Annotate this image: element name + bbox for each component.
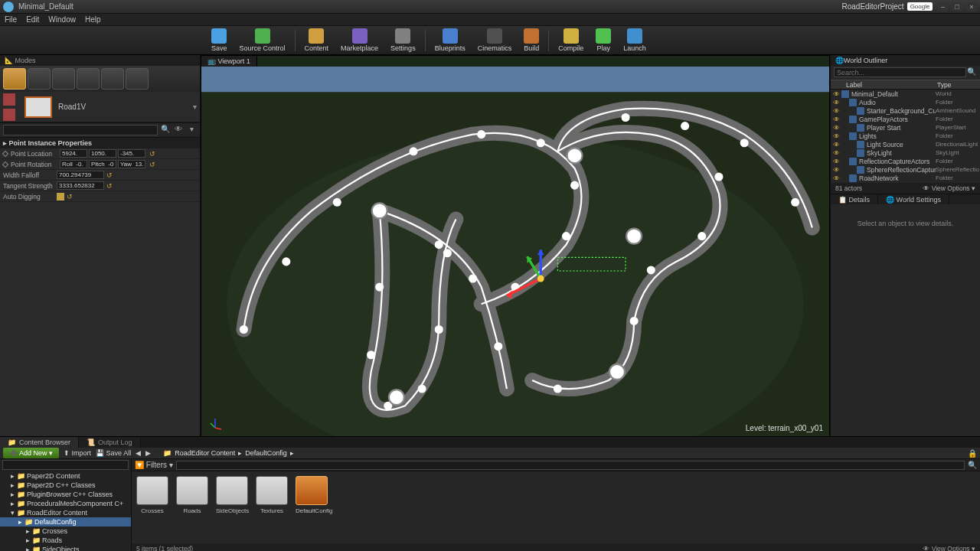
cb-item[interactable]: DefaultConfig <box>296 476 328 514</box>
outliner-row[interactable]: 👁Player StartPlayerStart <box>831 123 980 132</box>
tangent-input[interactable] <box>57 181 104 190</box>
reset-icon[interactable]: ↺ <box>149 161 157 168</box>
cb-item[interactable]: Textures <box>256 476 288 514</box>
cb-tree-node[interactable]: ▸ 📁 DefaultConfig <box>0 517 131 527</box>
toolbar-play[interactable]: Play <box>590 27 617 54</box>
outliner-tree[interactable]: 👁Minimal_DefaultWorld👁AudioFolder👁Starte… <box>831 90 980 183</box>
loc-x-input[interactable] <box>60 149 87 158</box>
mode-place[interactable] <box>3 68 26 90</box>
cb-item[interactable]: Crosses <box>136 476 168 514</box>
cb-item[interactable]: Roads <box>176 476 208 514</box>
mode-paint[interactable] <box>28 68 51 90</box>
cb-tree-node[interactable]: ▸ 📁 Roads <box>0 536 131 545</box>
section-header[interactable]: ▸ Point Instance Properties <box>0 138 200 148</box>
cb-source-tree[interactable]: ▸ 📁 Paper2D Content▸ 📁 Paper2D C++ Class… <box>0 459 132 551</box>
reset-icon[interactable]: ↺ <box>149 150 157 158</box>
reset-icon[interactable]: ↺ <box>106 171 114 179</box>
mode-geometry[interactable] <box>101 68 124 90</box>
loc-y-input[interactable] <box>89 149 116 158</box>
toolbar-save[interactable]: Save <box>205 27 234 54</box>
save-all-button[interactable]: 💾 Save All <box>96 449 131 457</box>
outliner-row[interactable]: 👁RoadNetworkFolder <box>831 174 980 182</box>
import-button[interactable]: ⬆ Import <box>64 449 91 457</box>
close-button[interactable]: × <box>966 2 977 11</box>
chevron-down-icon[interactable]: ▾ <box>193 103 197 111</box>
rot-pitch-input[interactable] <box>89 160 116 168</box>
cb-items[interactable]: CrossesRoadsSideObjectsTexturesDefaultCo… <box>132 471 980 543</box>
outliner-row[interactable]: 👁ReflectionCaptureActorsFolder <box>831 157 980 165</box>
lock-icon[interactable]: 🔒 <box>968 449 977 458</box>
toolbar-content[interactable]: Content <box>299 27 335 54</box>
asset-row[interactable]: Road1V ▾ <box>0 92 200 122</box>
toolbar-launch[interactable]: Launch <box>617 27 652 54</box>
search-icon[interactable]: 🔍 <box>160 125 171 135</box>
outliner-row[interactable]: 👁SphereReflectionCapture10SphereReflecti… <box>831 165 980 174</box>
rot-yaw-input[interactable] <box>118 160 145 168</box>
outliner-row[interactable]: 👁Starter_Background_CueAmbientSound <box>831 106 980 115</box>
reset-icon[interactable]: ↺ <box>67 193 74 201</box>
props-search-input[interactable] <box>3 125 158 135</box>
cb-tree-node[interactable]: ▸ 📁 PluginBrowser C++ Classes <box>0 490 131 499</box>
asset-thumbnail[interactable] <box>24 96 52 118</box>
toolbar-settings[interactable]: Settings <box>384 27 422 54</box>
view-options-button[interactable]: 👁 View Options ▾ <box>923 184 975 192</box>
width-input[interactable] <box>57 171 104 179</box>
mode-road[interactable] <box>126 68 149 90</box>
toolbar-cinematics[interactable]: Cinematics <box>472 27 518 54</box>
search-icon[interactable]: 🔍 <box>968 461 977 469</box>
outliner-row[interactable]: 👁GamePlayActorsFolder <box>831 115 980 123</box>
add-new-button[interactable]: ➕ Add New ▾ <box>3 448 59 458</box>
nav-back-button[interactable]: ◀ <box>136 449 141 457</box>
menu-help[interactable]: Help <box>85 15 101 24</box>
viewport[interactable]: 📺 Viewport 1 ▾ 📐 Perspective 💡 Lit Show … <box>201 55 830 436</box>
toolbar-blueprints[interactable]: Blueprints <box>429 27 472 54</box>
toolbar-compile[interactable]: Compile <box>552 27 590 54</box>
loc-z-input[interactable] <box>118 149 145 158</box>
cb-content-area: 🔽 Filters ▾ 🔍 CrossesRoadsSideObjectsTex… <box>132 459 980 551</box>
prop-tangent: Tangent Strength ↺ <box>0 181 200 191</box>
cb-item[interactable]: SideObjects <box>216 476 248 514</box>
outliner-row[interactable]: 👁LightsFolder <box>831 132 980 140</box>
cb-tree-node[interactable]: ▸ 📁 Paper2D C++ Classes <box>0 481 131 490</box>
viewport-tab[interactable]: 📺 Viewport 1 <box>201 56 257 67</box>
menu-window[interactable]: Window <box>48 15 76 24</box>
menu-edit[interactable]: Edit <box>26 15 39 24</box>
nav-fwd-button[interactable]: ▶ <box>145 449 151 457</box>
outliner-row[interactable]: 👁Minimal_DefaultWorld <box>831 90 980 98</box>
outliner-row[interactable]: 👁Light SourceDirectionalLight <box>831 140 980 148</box>
cb-tree-node[interactable]: ▾ 📁 RoadEditor Content <box>0 508 131 517</box>
window-controls: – □ × <box>936 2 977 11</box>
search-icon[interactable]: 🔍 <box>966 67 977 78</box>
tab-details[interactable]: 📋 Details <box>831 194 878 204</box>
breadcrumb[interactable]: 📁 RoadEditor Content ▸ DefaultConfig ▸ <box>163 449 294 457</box>
reset-icon[interactable]: ↺ <box>106 182 114 190</box>
autodig-checkbox[interactable] <box>57 193 64 201</box>
tab-world-settings[interactable]: 🌐 World Settings <box>878 194 949 204</box>
cb-tree-node[interactable]: ▸ 📁 ProceduralMeshComponent C+ <box>0 499 131 508</box>
outliner-row[interactable]: 👁AudioFolder <box>831 98 980 106</box>
diamond-icon <box>2 150 8 156</box>
toolbar-source-control[interactable]: Source Control <box>234 27 292 54</box>
cb-tree-node[interactable]: ▸ 📁 SideObjects <box>0 545 131 551</box>
outliner-row[interactable]: 👁SkyLightSkyLight <box>831 148 980 157</box>
mode-landscape[interactable] <box>52 68 75 90</box>
cb-tree-node[interactable]: ▸ 📁 Crosses <box>0 527 131 536</box>
toolbar-marketplace[interactable]: Marketplace <box>335 27 384 54</box>
toolbar-build[interactable]: Build <box>518 27 545 54</box>
eye-icon[interactable]: 👁 <box>173 125 184 135</box>
cb-tree-node[interactable]: ▸ 📁 Paper2D Content <box>0 471 131 481</box>
outliner-search-input[interactable] <box>834 67 966 77</box>
filters-button[interactable]: 🔽 Filters ▾ <box>135 461 173 469</box>
chevron-down-icon[interactable]: ▾ <box>186 125 197 135</box>
prop-autodig: Auto Digging ↺ <box>0 191 200 202</box>
menu-file[interactable]: File <box>5 15 17 24</box>
minimize-button[interactable]: – <box>937 2 948 11</box>
cb-tree-search-input[interactable] <box>2 460 129 470</box>
tab-output-log[interactable]: 📜 Output Log <box>79 437 141 448</box>
tab-content-browser[interactable]: 📁 Content Browser <box>0 437 79 448</box>
rot-roll-input[interactable] <box>60 160 87 168</box>
mode-foliage[interactable] <box>77 68 100 90</box>
cb-search-input[interactable] <box>176 461 965 470</box>
maximize-button[interactable]: □ <box>952 2 962 11</box>
view-options-button[interactable]: 👁 View Options ▾ <box>923 543 975 551</box>
